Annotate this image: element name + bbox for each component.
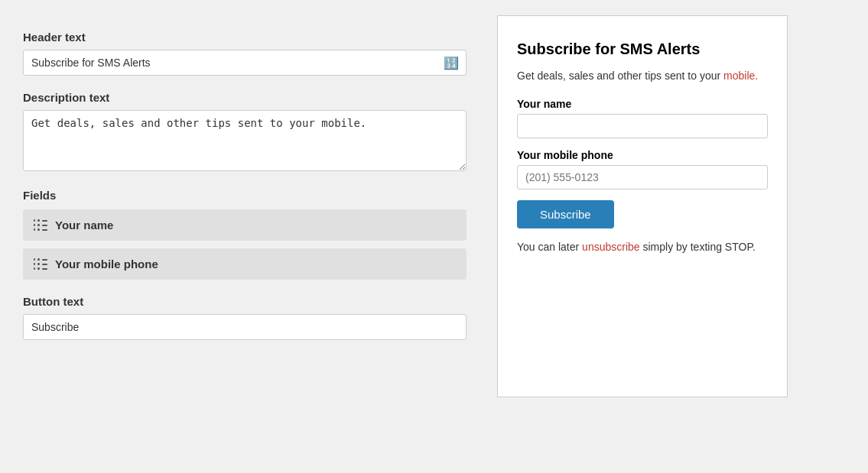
fields-label: Fields [23,189,467,202]
description-text-label: Description text [23,91,467,104]
description-text-input[interactable]: Get deals, sales and other tips sent to … [23,110,467,171]
preview-footer: You can later unsubscribe simply by text… [517,239,768,255]
list-icon-your-name [34,219,47,231]
field-item-your-mobile-phone[interactable]: Your mobile phone [23,248,467,280]
header-text-group: Header text 🔢 [23,31,467,76]
preview-your-mobile-label: Your mobile phone [517,149,768,161]
header-text-input[interactable] [23,50,467,76]
fields-section: Fields Your name Your mobile phone [23,189,467,280]
left-panel: Header text 🔢 Description text Get deals… [15,15,474,397]
right-panel: Subscribe for SMS Alerts Get deals, sale… [497,15,788,397]
list-icon-your-mobile [34,258,47,270]
main-layout: Header text 🔢 Description text Get deals… [15,15,853,397]
field-item-your-name[interactable]: Your name [23,209,467,241]
preview-title: Subscribe for SMS Alerts [517,39,768,59]
field-item-your-mobile-label: Your mobile phone [55,258,158,271]
preview-footer-unsubscribe-link[interactable]: unsubscribe [582,241,640,253]
emoji-icon[interactable]: 🔢 [444,56,459,70]
preview-description: Get deals, sales and other tips sent to … [517,68,768,84]
subscribe-button[interactable]: Subscribe [517,200,614,228]
button-text-group: Button text [23,295,467,340]
preview-description-link[interactable]: mobile. [723,70,758,82]
button-text-input[interactable] [23,314,467,340]
header-text-label: Header text [23,31,467,44]
preview-your-mobile-input[interactable] [517,165,768,190]
description-text-group: Description text Get deals, sales and ot… [23,91,467,173]
header-input-wrapper: 🔢 [23,50,467,76]
button-text-label: Button text [23,295,467,308]
preview-your-name-input[interactable] [517,114,768,138]
preview-your-name-label: Your name [517,98,768,110]
field-item-your-name-label: Your name [55,219,113,232]
